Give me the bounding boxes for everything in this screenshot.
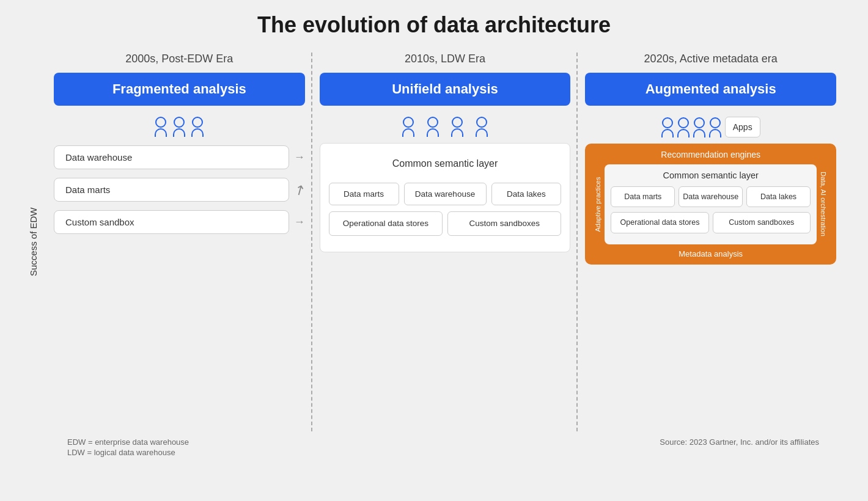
column-3: 2020s, Active metadata era Augmented ana… [578,53,844,431]
main-title: The evolution of data architecture [24,12,844,38]
person-icon [677,117,690,137]
column-1: 2000s, Post-EDW Era Fragmented analysis [46,53,312,431]
persons-row-2 [402,117,488,137]
person-icon [402,117,414,137]
person-icon [451,117,463,137]
frag-box-dm: Data marts [54,178,289,202]
person-icon [155,117,167,137]
frag-box-cs: Custom sandbox [54,210,289,234]
footer-source: Source: 2023 Gartner, Inc. and/or its af… [660,437,819,457]
era-label-1: 2000s, Post-EDW Era [125,53,233,65]
column-2: 2010s, LDW Era Unifield analysis [312,53,578,431]
frag-row: Custom sandbox → [54,210,305,234]
ldw-operational: Operational data stores [329,211,443,236]
arrow-icon: → [294,216,305,229]
frag-row: Data warehouse → [54,145,305,169]
person-icon [661,117,674,137]
meta-data-marts: Data marts [611,186,675,207]
ldw-row2: Operational data stores Custom sandboxes [329,211,562,236]
ldw-content-box: Common semantic layer Data marts Data wa… [320,143,571,252]
persons-apps-row: Apps [585,117,836,137]
ldw-data-warehouse: Data warehouse [404,183,487,205]
meta-custom-sandboxes: Custom sandboxes [713,212,811,233]
meta-operational: Operational data stores [611,212,708,233]
footer-left: EDW = enterprise data warehouse LDW = lo… [67,437,189,457]
ai-label: Data, AI orchestration [817,164,830,244]
frag-row: Data marts ↗ [54,178,305,202]
person-icon [476,117,488,137]
footer-edw: EDW = enterprise data warehouse [67,437,189,447]
success-label: Success of EDW [24,53,42,431]
arrow-icon: ↗ [290,180,308,200]
side-labels-container: Adaptive practices Common semantic layer… [591,164,830,244]
badge-3: Augmented analysis [585,73,836,106]
meta-inner-box: Common semantic layer Data marts Data wa… [605,164,817,244]
meta-data-lakes: Data lakes [746,186,811,207]
meta-outer-box: Recommendation engines Adaptive practice… [585,144,836,265]
ldw-row1: Data marts Data warehouse Data lakes [329,183,562,205]
person-icon [709,117,721,137]
ldw-data-marts: Data marts [329,183,399,205]
meta-row1: Data marts Data warehouse Data lakes [611,186,811,207]
frag-box-dw: Data warehouse [54,145,289,169]
meta-data-warehouse: Data warehouse [679,186,743,207]
era-label-2: 2010s, LDW Era [405,53,485,65]
arrow-icon: → [294,151,305,164]
adaptive-label: Adaptive practices [591,164,605,244]
era-label-3: 2020s, Active metadata era [644,53,778,65]
rec-engines-label: Recommendation engines [591,150,830,159]
frag-sources: Data warehouse → Data marts ↗ Custom san… [54,145,305,234]
meta-row2: Operational data stores Custom sandboxes [611,212,811,233]
badge-2: Unifield analysis [320,73,571,106]
persons-row-1 [155,117,204,137]
ldw-data-lakes: Data lakes [491,183,562,205]
footer: EDW = enterprise data warehouse LDW = lo… [24,431,844,457]
metadata-analysis-label: Metadata analysis [591,249,830,258]
columns-wrapper: Success of EDW 2000s, Post-EDW Era Fragm… [24,53,844,431]
ldw-semantic-label: Common semantic layer [329,153,562,174]
person-icon [173,117,185,137]
page: The evolution of data architecture Succe… [0,0,868,501]
meta-center: Common semantic layer Data marts Data wa… [605,164,817,244]
footer-ldw: LDW = logical data warehouse [67,448,189,457]
meta-semantic-label: Common semantic layer [611,170,811,180]
ldw-custom-sandboxes: Custom sandboxes [447,211,561,236]
person-icon [693,117,705,137]
person-icon [191,117,204,137]
apps-label: Apps [725,117,760,137]
badge-1: Fragmented analysis [54,73,305,106]
person-icon [427,117,439,137]
